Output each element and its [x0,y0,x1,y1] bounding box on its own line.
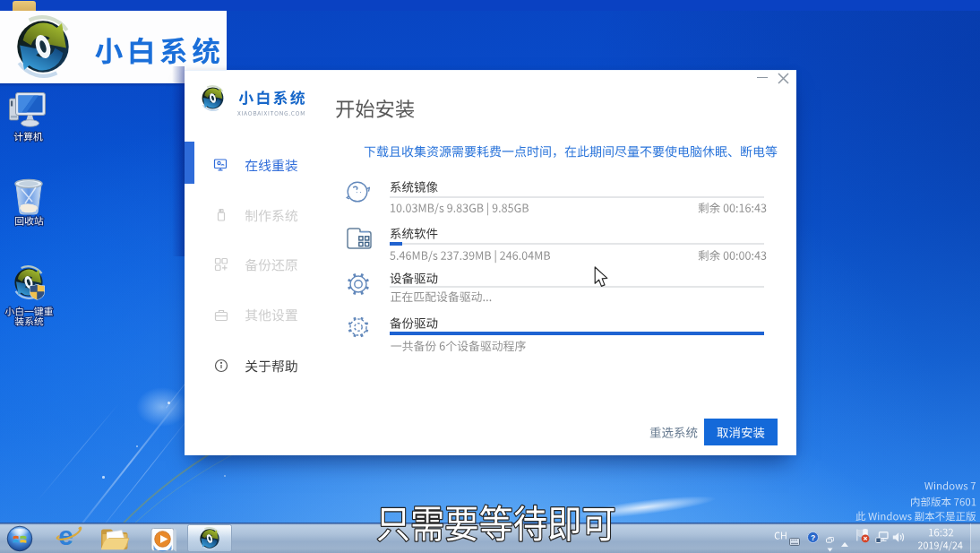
svg-text:?: ? [811,533,815,542]
